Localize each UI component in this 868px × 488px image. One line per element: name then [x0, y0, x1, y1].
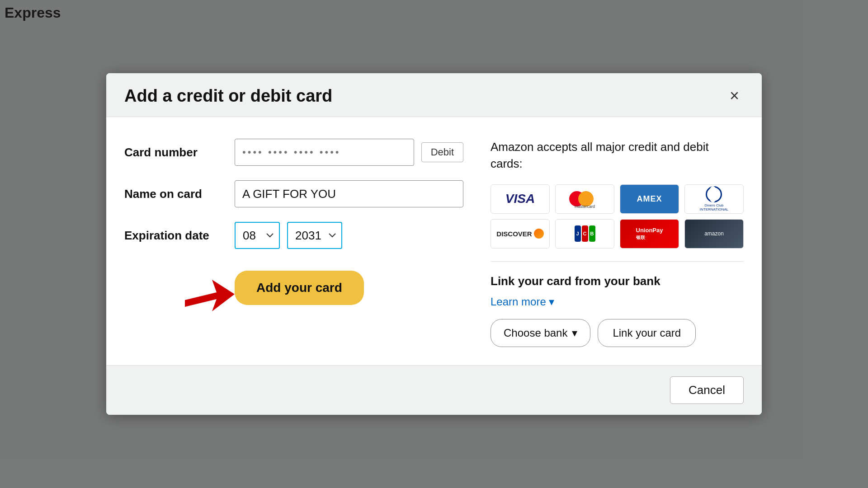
learn-more-link[interactable]: Learn more ▾	[491, 296, 744, 308]
learn-more-label: Learn more	[491, 296, 546, 308]
discover-logo: DISCOVER	[491, 219, 550, 249]
jcb-logo: J C B	[555, 219, 614, 249]
modal-title: Add a credit or debit card	[124, 86, 332, 106]
name-on-card-label: Name on card	[124, 187, 224, 201]
card-logos-grid: VISA mastercard AMEX	[491, 184, 744, 262]
info-section: Amazon accepts all major credit and debi…	[491, 139, 744, 347]
choose-bank-label: Choose bank	[504, 327, 567, 339]
add-card-modal: Add a credit or debit card × Card number…	[106, 73, 762, 415]
modal-body: Card number Debit Name on card Expiratio…	[106, 117, 762, 365]
form-section: Card number Debit Name on card Expiratio…	[124, 139, 463, 347]
expiration-date-label: Expiration date	[124, 229, 224, 243]
modal-header: Add a credit or debit card ×	[106, 73, 762, 117]
unionpay-logo: UnionPay银联	[620, 219, 679, 249]
link-card-button[interactable]: Link your card	[598, 319, 696, 347]
card-number-input[interactable]	[235, 139, 414, 166]
modal-footer: Cancel	[106, 365, 762, 415]
diners-logo: Diners ClubINTERNATIONAL	[684, 184, 744, 214]
visa-logo: VISA	[491, 184, 550, 214]
name-on-card-row: Name on card	[124, 180, 463, 207]
modal-backdrop: Add a credit or debit card × Card number…	[0, 0, 868, 488]
expiration-date-row: Expiration date 01 02 03 04 05 06 07 08 …	[124, 222, 463, 249]
amazon-store-card-logo: amazon	[684, 219, 744, 249]
choose-bank-button[interactable]: Choose bank ▾	[491, 319, 590, 347]
link-bank-section: Link your card from your bank Learn more…	[491, 274, 744, 347]
amex-logo: AMEX	[620, 184, 679, 214]
link-bank-title: Link your card from your bank	[491, 274, 744, 288]
debit-badge: Debit	[421, 142, 463, 162]
add-card-button[interactable]: Add your card	[235, 271, 364, 305]
bank-actions: Choose bank ▾ Link your card	[491, 319, 744, 347]
arrow-annotation	[185, 275, 239, 322]
accepted-cards-text: Amazon accepts all major credit and debi…	[491, 139, 744, 172]
cancel-button[interactable]: Cancel	[670, 376, 744, 404]
svg-marker-0	[185, 280, 235, 311]
card-number-label: Card number	[124, 145, 224, 160]
learn-more-chevron-icon: ▾	[549, 296, 554, 308]
close-button[interactable]: ×	[725, 86, 744, 106]
choose-bank-chevron-icon: ▾	[572, 327, 577, 339]
mastercard-logo: mastercard	[555, 184, 614, 214]
exp-month-select[interactable]: 01 02 03 04 05 06 07 08 09 10 11 12	[235, 222, 280, 249]
expiration-wrapper: 01 02 03 04 05 06 07 08 09 10 11 12	[235, 222, 342, 249]
card-number-row: Card number Debit	[124, 139, 463, 166]
add-card-btn-wrapper: Add your card	[235, 271, 463, 305]
name-on-card-input[interactable]	[235, 180, 463, 207]
exp-year-select[interactable]: 2024 2025 2026 2027 2028 2029 2030 2031 …	[287, 222, 342, 249]
card-number-wrapper: Debit	[235, 139, 463, 166]
